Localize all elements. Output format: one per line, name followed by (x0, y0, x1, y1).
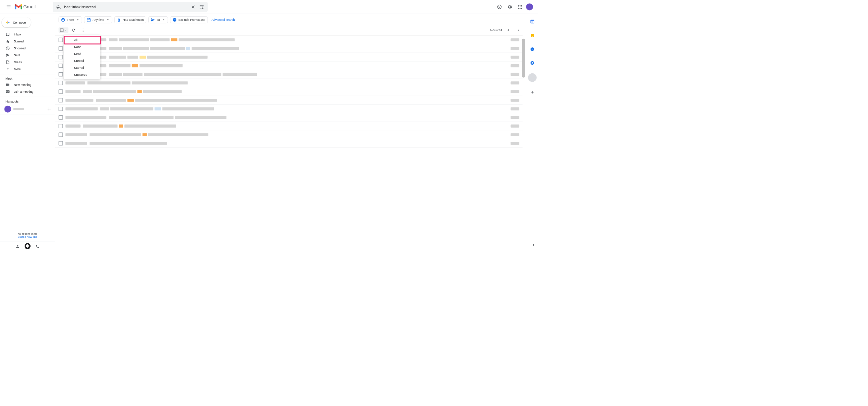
svg-text:31: 31 (531, 21, 533, 23)
email-row[interactable] (55, 62, 523, 70)
sidebar-item-label: Inbox (14, 33, 21, 36)
svg-point-1 (520, 5, 520, 6)
sidebar-item-label: New meeting (14, 83, 32, 87)
svg-point-8 (521, 8, 522, 9)
email-row[interactable] (55, 139, 523, 148)
sidebar-item-label: Sent (14, 54, 20, 57)
scrollbar-thumb[interactable] (522, 39, 525, 78)
start-chat-link[interactable]: Start a new one (18, 235, 37, 238)
select-menu-all[interactable]: All (64, 36, 100, 43)
select-menu-unstarred[interactable]: Unstarred (64, 71, 100, 78)
compose-label: Compose (13, 21, 26, 24)
select-menu-unread[interactable]: Unread (64, 57, 100, 64)
row-checkbox[interactable] (59, 132, 63, 137)
hangouts-phone-button[interactable] (33, 243, 42, 250)
row-checkbox[interactable] (59, 81, 63, 85)
filter-has-attachment[interactable]: Has attachment (114, 16, 146, 23)
blurred-time (511, 99, 519, 102)
row-checkbox[interactable] (59, 141, 63, 145)
email-row[interactable] (55, 44, 523, 53)
select-menu-starred[interactable]: Starred (64, 64, 100, 71)
row-checkbox[interactable] (59, 98, 63, 102)
filter-to[interactable]: To (148, 16, 168, 23)
sidebar-item-snoozed[interactable]: Snoozed (0, 45, 55, 52)
send-icon (6, 53, 10, 57)
email-row[interactable] (55, 53, 523, 62)
close-icon (191, 4, 196, 9)
email-row[interactable] (55, 35, 523, 44)
calendar-app-button[interactable]: 31 (528, 17, 537, 26)
hangouts-chat-button[interactable] (25, 243, 31, 249)
attachment-icon (117, 18, 121, 22)
add-contact-button[interactable] (47, 106, 52, 112)
blurred-subject (90, 142, 508, 145)
search-button[interactable] (55, 2, 63, 11)
sidebar-item-drafts[interactable]: Drafts (0, 59, 55, 66)
app-name: Gmail (23, 4, 36, 9)
search-options-button[interactable] (198, 2, 206, 11)
row-checkbox[interactable] (59, 55, 63, 59)
sidebar-item-starred[interactable]: Starred (0, 38, 55, 45)
caret-down-icon (162, 18, 166, 22)
row-checkbox[interactable] (59, 46, 63, 50)
get-addons-button[interactable] (528, 88, 537, 97)
hangouts-user-row[interactable] (0, 104, 55, 114)
prev-page-button[interactable] (504, 26, 512, 34)
blurred-subject (100, 107, 508, 110)
gmail-logo[interactable]: Gmail (15, 4, 35, 10)
email-row[interactable] (55, 122, 523, 130)
chevron-down-icon (6, 67, 10, 71)
next-page-button[interactable] (514, 26, 523, 34)
email-row[interactable] (55, 130, 523, 139)
select-all-checkbox[interactable] (59, 27, 69, 33)
email-row[interactable] (55, 105, 523, 113)
no-chats-text: No recent chats (0, 232, 55, 235)
main-menu-button[interactable] (3, 2, 14, 12)
email-row[interactable] (55, 70, 523, 79)
row-checkbox[interactable] (59, 64, 63, 68)
more-actions-button[interactable] (79, 26, 87, 34)
keep-app-button[interactable] (528, 31, 537, 40)
contacts-app-button[interactable] (528, 59, 537, 67)
email-row[interactable] (55, 113, 523, 122)
refresh-button[interactable] (69, 26, 78, 34)
row-checkbox[interactable] (59, 89, 63, 94)
row-checkbox[interactable] (59, 115, 63, 119)
sidebar-item-more[interactable]: More (0, 65, 55, 72)
settings-button[interactable] (506, 2, 514, 11)
row-checkbox[interactable] (59, 72, 63, 76)
sidebar-item-sent[interactable]: Sent (0, 52, 55, 59)
row-checkbox[interactable] (59, 107, 63, 111)
support-button[interactable] (495, 2, 504, 11)
account-avatar[interactable] (526, 3, 533, 10)
advanced-search-link[interactable]: Advanced search (211, 18, 235, 22)
select-menu-read[interactable]: Read (64, 50, 100, 57)
svg-point-14 (83, 29, 83, 29)
compose-button[interactable]: Compose (2, 17, 31, 28)
sidebar-item-inbox[interactable]: Inbox (0, 31, 55, 38)
tasks-app-button[interactable] (528, 45, 537, 54)
row-checkbox[interactable] (59, 124, 63, 128)
filter-any-time[interactable]: Any time (84, 16, 112, 23)
side-panel-toggle[interactable] (529, 241, 538, 249)
chip-label: To (157, 18, 160, 22)
email-row[interactable] (55, 79, 523, 87)
email-row[interactable] (55, 96, 523, 105)
row-checkbox[interactable] (59, 38, 63, 42)
search-icon (56, 4, 61, 9)
blurred-time (511, 47, 519, 50)
caret-down-icon (64, 29, 67, 32)
filter-exclude-promotions[interactable]: Exclude Promotions (170, 16, 208, 23)
hangouts-contacts-button[interactable] (13, 243, 22, 250)
email-row[interactable] (55, 87, 523, 96)
search-input[interactable] (63, 5, 189, 9)
select-menu-none[interactable]: None (64, 43, 100, 50)
filter-from[interactable]: From (59, 16, 82, 23)
sidebar-item-label: More (14, 67, 21, 71)
sidebar-item-join-meeting[interactable]: Join a meeting (0, 88, 55, 95)
clear-search-button[interactable] (189, 2, 198, 11)
blurred-sender (65, 81, 85, 84)
email-list[interactable] (55, 35, 523, 252)
apps-button[interactable] (516, 2, 525, 11)
sidebar-item-new-meeting[interactable]: New meeting (0, 81, 55, 88)
